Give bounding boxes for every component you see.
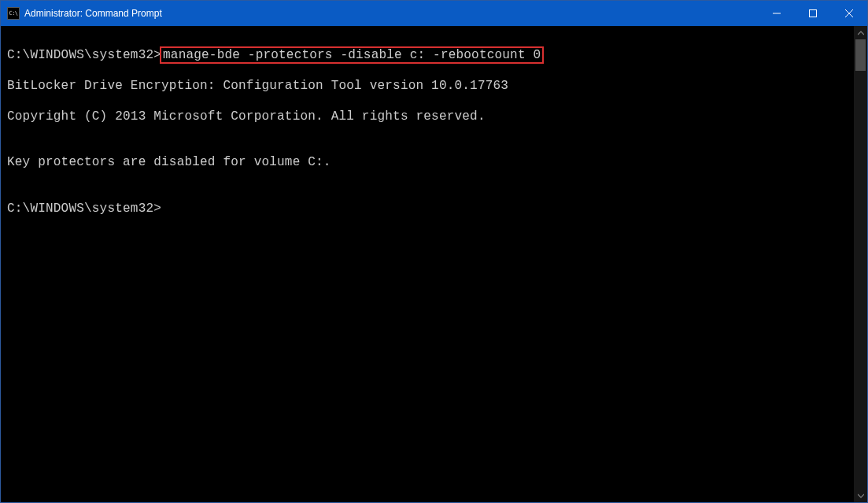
- maximize-icon: [809, 9, 817, 17]
- console-output[interactable]: C:\WINDOWS\system32>manage-bde -protecto…: [1, 26, 854, 502]
- scroll-track[interactable]: [854, 39, 867, 489]
- output-line: Copyright (C) 2013 Microsoft Corporation…: [7, 109, 854, 125]
- titlebar[interactable]: C:\ Administrator: Command Prompt: [1, 1, 867, 26]
- prompt-line: C:\WINDOWS\system32>manage-bde -protecto…: [7, 48, 854, 64]
- maximize-button[interactable]: [795, 1, 831, 26]
- prompt-text: C:\WINDOWS\system32>: [7, 202, 161, 216]
- chevron-up-icon: [858, 30, 864, 36]
- output-line: BitLocker Drive Encryption: Configuratio…: [7, 79, 854, 94]
- close-icon: [845, 9, 853, 17]
- minimize-button[interactable]: [759, 1, 795, 26]
- chevron-down-icon: [858, 493, 864, 499]
- scroll-up-button[interactable]: [854, 26, 867, 39]
- window-controls: [759, 1, 867, 26]
- svg-rect-1: [810, 10, 817, 17]
- scroll-down-button[interactable]: [854, 489, 867, 502]
- window-title: Administrator: Command Prompt: [24, 8, 759, 19]
- scroll-thumb[interactable]: [855, 39, 866, 71]
- vertical-scrollbar[interactable]: [854, 26, 867, 502]
- close-button[interactable]: [831, 1, 867, 26]
- prompt-line: C:\WINDOWS\system32>: [7, 202, 854, 217]
- minimize-icon: [773, 9, 781, 17]
- prompt-text: C:\WINDOWS\system32>: [7, 48, 161, 62]
- app-icon: C:\: [7, 7, 20, 20]
- output-line: Key protectors are disabled for volume C…: [7, 155, 854, 171]
- console-area: C:\WINDOWS\system32>manage-bde -protecto…: [1, 26, 867, 502]
- highlighted-command: manage-bde -protectors -disable c: -rebo…: [160, 46, 544, 64]
- command-prompt-window: C:\ Administrator: Command Prompt C:\WIN…: [0, 0, 868, 503]
